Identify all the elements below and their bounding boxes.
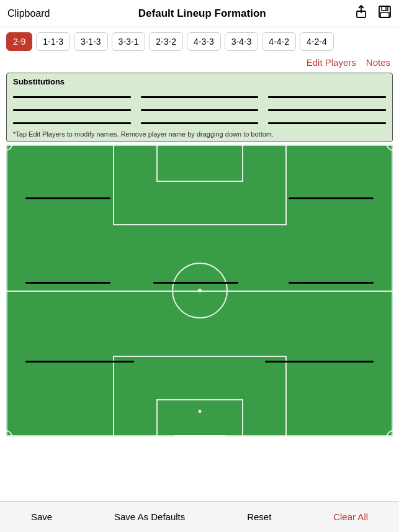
- substitution-row-3: [13, 117, 386, 124]
- save-as-defaults-button[interactable]: Save As Defaults: [108, 507, 191, 527]
- sub-slot-4[interactable]: [13, 109, 131, 111]
- center-dot: [198, 289, 202, 292]
- player-line-4[interactable]: [153, 282, 238, 284]
- sub-slot-6[interactable]: [268, 109, 386, 111]
- corner-arc-bl: [6, 430, 12, 436]
- corner-arc-tr: [387, 145, 393, 151]
- action-row: Edit Players Notes: [0, 56, 399, 70]
- goal-bottom: [175, 435, 225, 436]
- formation-tab-4-2-4[interactable]: 4-2-4: [300, 32, 334, 51]
- player-line-6[interactable]: [25, 361, 133, 363]
- formation-tab-3-4-3[interactable]: 3-4-3: [225, 32, 259, 51]
- penalty-spot: [198, 410, 201, 413]
- corner-arc-tl: [6, 145, 12, 151]
- reset-button[interactable]: Reset: [241, 507, 277, 527]
- sub-slot-1[interactable]: [13, 96, 131, 98]
- formation-tab-3-3-1[interactable]: 3-3-1: [112, 32, 146, 51]
- formation-tab-2-3-2[interactable]: 2-3-2: [149, 32, 183, 51]
- sub-slot-8[interactable]: [141, 122, 259, 124]
- substitutions-box: Substitutions *Tap Edit Players to modif…: [6, 73, 393, 142]
- share-icon[interactable]: [354, 5, 368, 22]
- player-line-7[interactable]: [265, 361, 373, 363]
- sub-slot-9[interactable]: [268, 122, 386, 124]
- goal-area-top: [156, 145, 243, 182]
- center-circle: [172, 263, 228, 318]
- header: Clipboard Default Lineup Formation: [0, 0, 399, 27]
- bottom-toolbar: Save Save As Defaults Reset Clear All: [0, 501, 399, 532]
- formation-tab-2-9[interactable]: 2-9: [6, 32, 32, 51]
- formation-tabs: 2-91-1-33-1-33-3-12-3-24-3-33-4-34-4-24-…: [0, 27, 399, 56]
- corner-arc-br: [387, 430, 393, 436]
- substitution-hint: *Tap Edit Players to modify names. Remov…: [13, 130, 386, 138]
- player-line-3[interactable]: [25, 282, 110, 284]
- edit-players-button[interactable]: Edit Players: [307, 57, 356, 68]
- substitution-row-1: [13, 91, 386, 98]
- formation-tab-4-3-3[interactable]: 4-3-3: [187, 32, 221, 51]
- sub-slot-2[interactable]: [141, 96, 259, 98]
- formation-tab-1-1-3[interactable]: 1-1-3: [36, 32, 70, 51]
- goal-area-bottom: [156, 399, 243, 436]
- sub-slot-5[interactable]: [141, 109, 259, 111]
- substitution-row-2: [13, 104, 386, 111]
- page-title: Default Lineup Formation: [138, 7, 266, 20]
- substitutions-title: Substitutions: [13, 77, 386, 86]
- sub-slot-3[interactable]: [268, 96, 386, 98]
- player-line-2[interactable]: [289, 197, 374, 199]
- header-icons: [354, 5, 392, 22]
- notes-button[interactable]: Notes: [366, 57, 390, 68]
- player-line-1[interactable]: [25, 197, 110, 199]
- app-title: Clipboard: [7, 8, 50, 19]
- formation-tab-4-4-2[interactable]: 4-4-2: [262, 32, 296, 51]
- formation-tab-3-1-3[interactable]: 3-1-3: [74, 32, 108, 51]
- svg-rect-2: [382, 6, 388, 11]
- player-line-5[interactable]: [289, 282, 374, 284]
- save-button[interactable]: Save: [25, 507, 58, 527]
- sub-slot-7[interactable]: [13, 122, 131, 124]
- soccer-field: [6, 145, 393, 436]
- svg-rect-3: [380, 12, 389, 17]
- save-icon[interactable]: [378, 5, 392, 22]
- clear-all-button[interactable]: Clear All: [327, 507, 374, 527]
